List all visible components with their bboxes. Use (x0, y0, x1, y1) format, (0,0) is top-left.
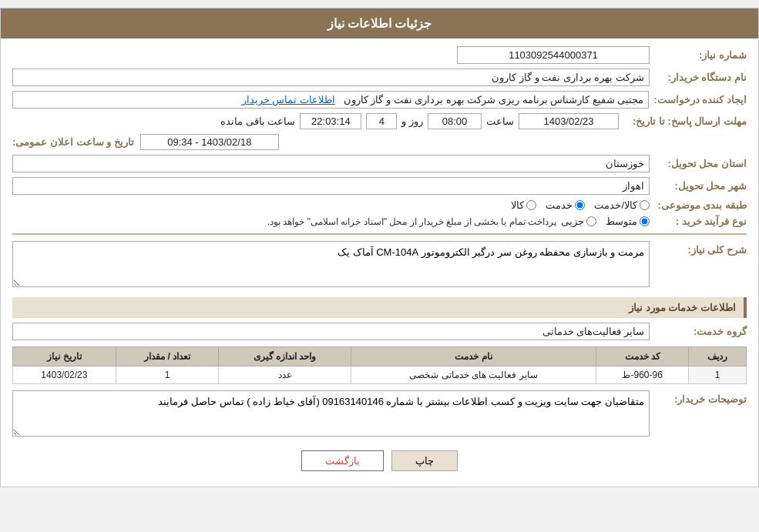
radio-motevaset[interactable] (640, 216, 650, 226)
radio-khedmat-label: خدمت (546, 199, 573, 211)
radio-kala[interactable] (526, 200, 536, 210)
shomara-niaz-label: شماره نیاز: (654, 49, 747, 61)
cell-vahed: عدد (219, 366, 351, 384)
saat-baqi-value: 22:03:14 (300, 113, 361, 129)
cell-tarikh: 1403/02/23 (13, 366, 116, 384)
tarikh-saat-value: 1403/02/18 - 09:34 (140, 134, 279, 150)
radio-jozee[interactable] (586, 216, 596, 226)
col-tarikh: تاریخ نیاز (13, 347, 116, 366)
shahr-label: شهر محل تحویل: (654, 180, 747, 192)
shomara-niaz-value: 1103092544000371 (457, 46, 650, 64)
radio-motevaset-label: متوسط (606, 216, 637, 227)
buttons-row: چاپ بازگشت (12, 450, 747, 471)
back-button[interactable]: بازگشت (301, 450, 384, 471)
gorooh-row: گروه خدمت: سایر فعالیت‌های خدماتی (12, 323, 747, 340)
farayand-radio-group: متوسط جزیی (561, 216, 650, 227)
ijad-konande-value: مجتبی شفیع کارشناس برنامه ریزی شرکت بهره… (12, 91, 649, 109)
ijad-konande-row: ایجاد کننده درخواست: مجتبی شفیع کارشناس … (12, 91, 747, 109)
mohlat-ersal-label: مهلت ارسال پاسخ: تا تاریخ: (623, 115, 747, 127)
ostan-row: استان محل تحویل: خوزستان (12, 155, 747, 172)
divider-1 (12, 233, 747, 235)
radio-khedmat[interactable] (575, 200, 585, 210)
radio-kala-khedmat[interactable] (640, 200, 650, 210)
table-row: 1 960-96-ط سایر فعالیت های خدماتی شخصی ع… (13, 366, 747, 384)
col-radif: ردیف (689, 347, 747, 366)
content-area: شماره نیاز: 1103092544000371 نام دستگاه … (1, 38, 758, 487)
page-title: جزئیات اطلاعات نیاز (1, 8, 758, 38)
tarikh-saat-label: تاریخ و ساعت اعلان عمومی: (12, 136, 134, 148)
etelaat-tamas-link[interactable]: اطلاعات تماس خریدار (242, 94, 335, 105)
saat-value: 08:00 (428, 113, 482, 129)
radio-jozee-item: جزیی (561, 216, 596, 227)
nam-dastgah-value: شرکت بهره برداری نفت و گاز کارون (12, 69, 650, 86)
nam-dastgah-row: نام دستگاه خریدار: شرکت بهره برداری نفت … (12, 69, 747, 86)
tabaqe-label: طبقه بندی موضوعی: (654, 199, 747, 211)
saat-baqi-label: ساعت باقی مانده (220, 115, 295, 127)
radio-kala-label: کالا (511, 199, 524, 211)
mohlat-ersal-row: مهلت ارسال پاسخ: تا تاریخ: 1403/02/23 سا… (12, 113, 747, 129)
rooz-value: 4 (366, 113, 397, 129)
mohlat-date-value: 1403/02/23 (519, 113, 619, 129)
nam-dastgah-label: نام دستگاه خریدار: (654, 72, 747, 83)
tarikh-saat-row: 1403/02/18 - 09:34 تاریخ و ساعت اعلان عم… (12, 134, 747, 150)
col-tedad: تعداد / مقدار (116, 347, 219, 366)
ostan-value: خوزستان (12, 155, 650, 172)
col-kod: کد خدمت (596, 347, 688, 366)
print-button[interactable]: چاپ (391, 450, 458, 471)
gorooh-label: گروه خدمت: (654, 326, 747, 337)
radio-kala-khedmat-label: کالا/خدمت (594, 199, 637, 211)
shomara-niaz-row: شماره نیاز: 1103092544000371 (12, 46, 747, 64)
cell-tedad: 1 (116, 366, 219, 384)
col-nam: نام خدمت (351, 347, 596, 366)
sharh-row: شرح کلی نیاز: مرمت و بازسازی محفظه روغن … (12, 241, 747, 289)
ijad-konande-label: ایجاد کننده درخواست: (653, 94, 747, 105)
radio-jozee-label: جزیی (561, 216, 584, 227)
sharh-label: شرح کلی نیاز: (654, 244, 747, 256)
gorooh-value: سایر فعالیت‌های خدماتی (12, 323, 650, 340)
radio-kala-khedmat-item: کالا/خدمت (594, 199, 650, 211)
col-vahed: واحد اندازه گیری (219, 347, 351, 366)
khedamat-section-header: اطلاعات خدمات مورد نیاز (12, 297, 747, 318)
ostan-label: استان محل تحویل: (654, 158, 747, 169)
tozihat-textarea[interactable]: متقاضیان جهت سایت ویزیت و کسب اطلاعات بی… (12, 390, 650, 437)
services-table-container: ردیف کد خدمت نام خدمت واحد اندازه گیری ت… (12, 346, 747, 384)
sharh-textarea[interactable]: مرمت و بازسازی محفظه روغن سر درگیر الکتر… (12, 241, 650, 287)
cell-nam: سایر فعالیت های خدماتی شخصی (351, 366, 596, 384)
farayand-row: نوع فرآیند خرید : متوسط جزیی پرداخت تمام… (12, 216, 747, 227)
rooz-label: روز و (401, 115, 423, 127)
tozihat-label: توضیحات خریدار: (654, 393, 747, 405)
radio-motevaset-item: متوسط (606, 216, 650, 227)
cell-kod: 960-96-ط (596, 366, 688, 384)
shahr-value: اهواز (12, 177, 650, 195)
services-table: ردیف کد خدمت نام خدمت واحد اندازه گیری ت… (12, 346, 747, 384)
page-wrapper: جزئیات اطلاعات نیاز شماره نیاز: 11030925… (0, 8, 759, 487)
radio-kala-item: کالا (511, 199, 536, 211)
tozihat-row: توضیحات خریدار: متقاضیان جهت سایت ویزیت … (12, 390, 747, 439)
cell-radif: 1 (689, 366, 747, 384)
farayand-label: نوع فرآیند خرید : (654, 216, 747, 227)
saat-label: ساعت (486, 115, 514, 127)
tabaqe-radio-group: کالا/خدمت خدمت کالا (511, 199, 650, 211)
warning-text: پرداخت تمام یا بخشی از مبلغ خریدار از مح… (267, 216, 556, 227)
radio-khedmat-item: خدمت (546, 199, 585, 211)
shahr-row: شهر محل تحویل: اهواز (12, 177, 747, 195)
tabaqe-row: طبقه بندی موضوعی: کالا/خدمت خدمت کالا (12, 199, 747, 211)
